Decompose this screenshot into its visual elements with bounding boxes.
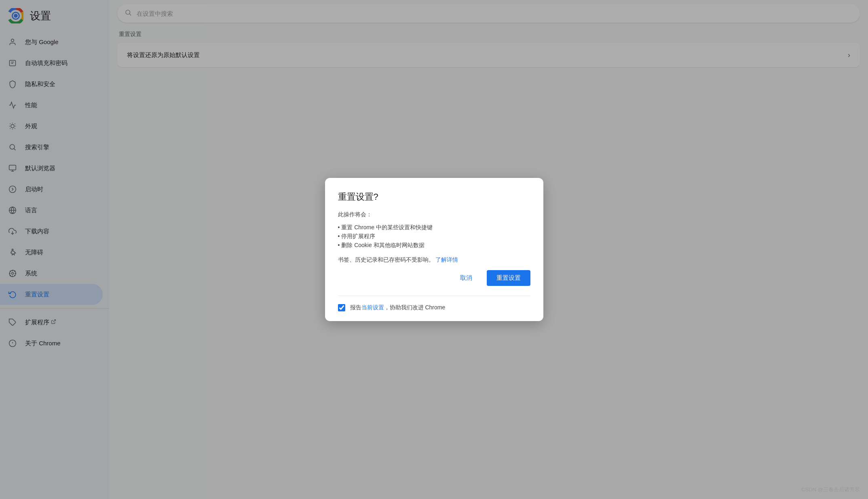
cancel-button[interactable]: 取消 bbox=[450, 270, 482, 286]
reset-button[interactable]: 重置设置 bbox=[487, 270, 530, 286]
current-settings-link[interactable]: 当前设置 bbox=[361, 304, 384, 311]
dialog-backdrop: 重置设置? 此操作将会： 重置 Chrome 中的某些设置和快捷键停用扩展程序删… bbox=[0, 0, 868, 499]
report-checkbox-label[interactable]: 报告当前设置，协助我们改进 Chrome bbox=[350, 304, 446, 311]
dialog-note-text: 书签、历史记录和已存密码不受影响。 bbox=[338, 256, 436, 263]
reset-dialog: 重置设置? 此操作将会： 重置 Chrome 中的某些设置和快捷键停用扩展程序删… bbox=[325, 178, 543, 321]
report-checkbox[interactable] bbox=[338, 304, 345, 311]
watermark: CSDN @三春去后诸芳尽 bbox=[801, 486, 860, 493]
dialog-note: 书签、历史记录和已存密码不受影响。 了解详情 bbox=[338, 256, 530, 264]
dialog-title: 重置设置? bbox=[338, 191, 530, 203]
dialog-list-item: 停用扩展程序 bbox=[338, 232, 530, 241]
dialog-list: 重置 Chrome 中的某些设置和快捷键停用扩展程序删除 Cookie 和其他临… bbox=[338, 223, 530, 250]
checkbox-suffix: ，协助我们改进 Chrome bbox=[384, 304, 446, 311]
dialog-body: 此操作将会： 重置 Chrome 中的某些设置和快捷键停用扩展程序删除 Cook… bbox=[338, 211, 530, 264]
dialog-intro: 此操作将会： bbox=[338, 211, 530, 218]
dialog-list-item: 重置 Chrome 中的某些设置和快捷键 bbox=[338, 223, 530, 232]
dialog-list-item: 删除 Cookie 和其他临时网站数据 bbox=[338, 241, 530, 250]
report-checkbox-wrapper: 报告当前设置，协助我们改进 Chrome bbox=[338, 304, 446, 311]
checkbox-prefix: 报告 bbox=[350, 304, 361, 311]
dialog-actions: 取消 重置设置 bbox=[338, 270, 530, 286]
dialog-footer: 报告当前设置，协助我们改进 Chrome bbox=[338, 296, 530, 311]
learn-more-link[interactable]: 了解详情 bbox=[435, 256, 458, 263]
